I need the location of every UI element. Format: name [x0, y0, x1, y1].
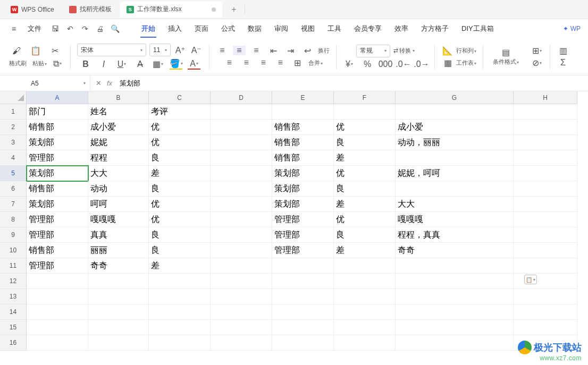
border-icon[interactable]: ▦▾ [152, 59, 164, 69]
menu-hamburger-icon[interactable]: ≡ [7, 22, 20, 35]
cell-G13[interactable] [396, 289, 514, 304]
cell-A2[interactable]: 销售部 [27, 120, 88, 135]
align-middle-icon[interactable]: ≡ [233, 46, 246, 55]
cancel-icon[interactable]: ✕ [96, 79, 102, 87]
cell-D10[interactable] [211, 243, 272, 258]
align-top-icon[interactable]: ≡ [216, 46, 229, 55]
cell-C14[interactable] [149, 304, 211, 320]
cut-button[interactable]: ✂ [47, 45, 63, 57]
cell-D2[interactable] [211, 120, 272, 135]
cell-F9[interactable]: 良 [334, 227, 396, 243]
font-color-icon[interactable]: A▾ [188, 59, 200, 70]
underline-icon[interactable]: U▾ [115, 60, 128, 69]
select-all-corner[interactable] [0, 91, 27, 104]
fill-color-icon[interactable]: 🪣▾ [170, 58, 182, 70]
cell-A16[interactable] [27, 335, 88, 351]
cell-B11[interactable]: 奇奇 [88, 258, 149, 274]
indent-dec-icon[interactable]: ⇤ [267, 46, 280, 56]
cell-E1[interactable] [272, 104, 334, 120]
cell-G12[interactable] [396, 274, 514, 289]
cell-E11[interactable] [272, 258, 334, 274]
percent-icon[interactable]: % [361, 60, 374, 69]
cell-F8[interactable]: 优 [334, 212, 396, 227]
cell-H1[interactable] [514, 104, 577, 120]
cell-B12[interactable] [88, 274, 149, 289]
cell-A8[interactable]: 管理部 [27, 212, 88, 227]
new-tab-button[interactable]: + [226, 2, 241, 17]
menu-item-6[interactable]: 视图 [296, 21, 320, 37]
cell-C8[interactable]: 优 [149, 212, 211, 227]
cell-C3[interactable]: 优 [149, 135, 211, 150]
cell-F1[interactable] [334, 104, 396, 120]
cell-H6[interactable] [514, 181, 577, 197]
cell-G9[interactable]: 程程，真真 [396, 227, 514, 243]
row-header-14[interactable]: 14 [0, 304, 27, 320]
cell-A10[interactable]: 销售部 [27, 243, 88, 258]
select-icon[interactable]: ⊞▾ [531, 46, 543, 56]
row-header-7[interactable]: 7 [0, 197, 27, 212]
paste-options-button[interactable]: 📋▾ [524, 275, 537, 284]
cell-A11[interactable]: 管理部 [27, 258, 88, 274]
dec-dec-icon[interactable]: .0→ [415, 60, 428, 69]
cell-C10[interactable]: 良 [149, 243, 211, 258]
cell-D3[interactable] [211, 135, 272, 150]
column-header-E[interactable]: E [272, 91, 334, 104]
cell-H2[interactable] [514, 120, 577, 135]
cell-F13[interactable] [334, 289, 396, 304]
row-header-2[interactable]: 2 [0, 120, 27, 135]
cell-A13[interactable] [27, 289, 88, 304]
row-header-6[interactable]: 6 [0, 181, 27, 197]
cell-E3[interactable]: 销售部 [272, 135, 334, 150]
column-header-D[interactable]: D [211, 91, 272, 104]
cell-B8[interactable]: 嘎嘎嘎 [88, 212, 149, 227]
cell-D6[interactable] [211, 181, 272, 197]
cell-G3[interactable]: 动动，丽丽 [396, 135, 514, 150]
menu-item-0[interactable]: 开始 [136, 21, 161, 37]
row-header-10[interactable]: 10 [0, 243, 27, 258]
cell-F10[interactable]: 差 [334, 243, 396, 258]
cell-C7[interactable]: 优 [149, 197, 211, 212]
convert-label[interactable]: ⇄ 转换▾ [393, 47, 415, 55]
cell-D5[interactable] [211, 166, 272, 181]
cell-H3[interactable] [514, 135, 577, 150]
cell-A1[interactable]: 部门 [27, 104, 88, 120]
cell-D8[interactable] [211, 212, 272, 227]
cell-H15[interactable] [514, 320, 577, 335]
menu-item-10[interactable]: 方方格子 [416, 21, 454, 37]
cell-D15[interactable] [211, 320, 272, 335]
cell-B4[interactable]: 程程 [88, 150, 149, 166]
cell-F3[interactable]: 良 [334, 135, 396, 150]
paste-button[interactable]: 📋 [28, 45, 44, 57]
cell-C11[interactable]: 差 [149, 258, 211, 274]
row-header-4[interactable]: 4 [0, 150, 27, 166]
cell-H13[interactable] [514, 289, 577, 304]
worksheet-label[interactable]: 工作表▾ [456, 59, 476, 67]
cell-E8[interactable]: 管理部 [272, 212, 334, 227]
cell-H9[interactable] [514, 227, 577, 243]
cell-A12[interactable] [27, 274, 88, 289]
cell-G1[interactable] [396, 104, 514, 120]
cell-E6[interactable]: 策划部 [272, 181, 334, 197]
cell-C16[interactable] [149, 335, 211, 351]
cell-G4[interactable] [396, 150, 514, 166]
justify-icon[interactable]: ≡ [274, 58, 287, 67]
cell-B16[interactable] [88, 335, 149, 351]
rowscols-label[interactable]: 行和列▾ [456, 47, 476, 55]
freeze-icon[interactable]: ▥ [557, 46, 569, 56]
format-painter-button[interactable]: 🖌 [9, 45, 24, 57]
row-header-11[interactable]: 11 [0, 258, 27, 274]
column-header-G[interactable]: G [396, 91, 514, 104]
increase-font-icon[interactable]: A⁺ [174, 45, 187, 55]
decrease-font-icon[interactable]: A⁻ [190, 45, 203, 55]
cell-C13[interactable] [149, 289, 211, 304]
cell-G8[interactable]: 嘎嘎嘎 [396, 212, 514, 227]
paste-label[interactable]: 粘贴▾ [31, 60, 48, 67]
name-box[interactable]: A5 ▾ [27, 75, 90, 91]
brand-wp[interactable]: ✦ WP [563, 25, 581, 32]
cell-B2[interactable]: 成小爱 [88, 120, 149, 135]
cell-B15[interactable] [88, 320, 149, 335]
row-header-8[interactable]: 8 [0, 212, 27, 227]
cell-C2[interactable]: 优 [149, 120, 211, 135]
app-tab-wps[interactable]: W WPS Office [4, 2, 61, 18]
cell-H10[interactable] [514, 243, 577, 258]
